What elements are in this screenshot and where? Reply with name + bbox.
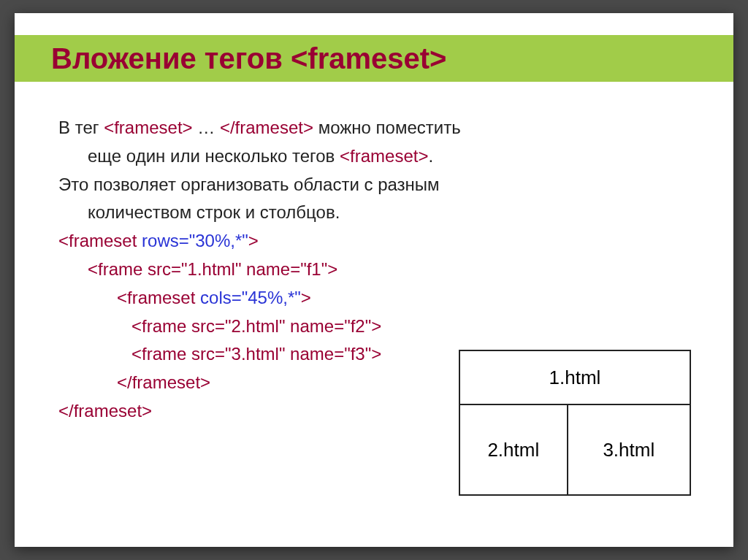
tag-frameset-open: <frameset> bbox=[104, 118, 192, 137]
title-bar: Вложение тегов <frameset> bbox=[15, 35, 733, 82]
code-line-1: <frameset rows="30%,*"> bbox=[58, 229, 690, 254]
code-attr-rows: rows="30%,*" bbox=[142, 231, 248, 250]
tag-frameset: <frameset> bbox=[340, 146, 428, 166]
slide: Вложение тегов <frameset> В тег <framese… bbox=[15, 13, 733, 547]
code-tag-end: > bbox=[301, 288, 311, 307]
paragraph-1-line-1: В тег <frameset> … </frameset> можно пом… bbox=[58, 115, 690, 141]
frame-cell-3: 3.html bbox=[568, 405, 690, 494]
tag-frameset-close: </frameset> bbox=[220, 118, 313, 137]
frame-cell-1: 1.html bbox=[460, 351, 690, 405]
paragraph-2-line-2: количеством строк и столбцов. bbox=[58, 200, 690, 226]
frames-diagram: 1.html 2.html 3.html bbox=[459, 350, 691, 496]
slide-title: Вложение тегов <frameset> bbox=[51, 42, 446, 74]
code-attr-cols: cols="45%,*" bbox=[200, 288, 301, 307]
frame-cell-2: 2.html bbox=[460, 405, 568, 494]
text: можно поместить bbox=[313, 118, 461, 137]
text: … bbox=[193, 118, 220, 137]
paragraph-1-line-2: еще один или несколько тегов <frameset>. bbox=[58, 144, 690, 169]
code-line-4: <frame src="2.html" name="f2"> bbox=[58, 314, 690, 340]
frame-bottom-row: 2.html 3.html bbox=[460, 405, 690, 494]
paragraph-2-line-1: Это позволяет организовать области с раз… bbox=[58, 172, 690, 198]
code-line-3: <frameset cols="45%,*"> bbox=[58, 285, 690, 311]
code-tag-open: <frameset bbox=[117, 288, 200, 307]
code-tag-open: <frameset bbox=[58, 231, 142, 250]
code-line-2: <frame src="1.html" name="f1"> bbox=[58, 257, 690, 283]
text: В тег bbox=[58, 118, 104, 137]
code-tag-end: > bbox=[248, 231, 259, 250]
text: еще один или несколько тегов bbox=[88, 146, 340, 166]
text: . bbox=[428, 146, 433, 166]
